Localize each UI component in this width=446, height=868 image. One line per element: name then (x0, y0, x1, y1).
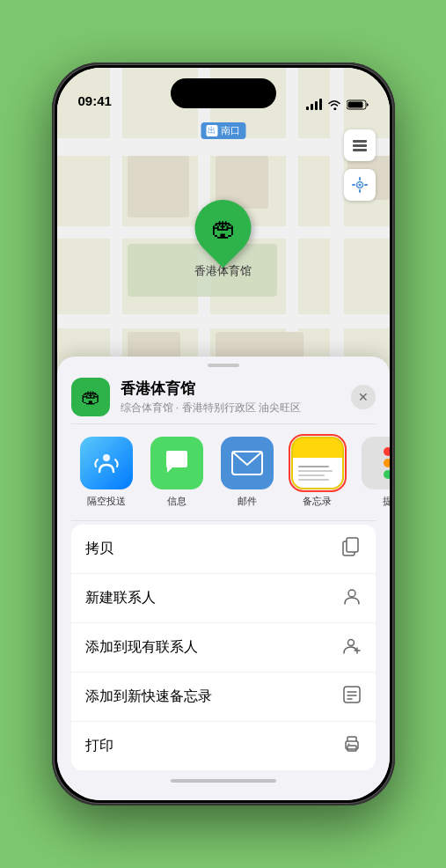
svg-point-12 (347, 640, 354, 646)
svg-rect-2 (353, 140, 367, 143)
svg-rect-4 (353, 149, 367, 151)
svg-rect-20 (347, 746, 356, 751)
location-icon (352, 177, 368, 193)
note-icon (342, 685, 362, 709)
action-print[interactable]: 打印 (71, 722, 376, 770)
exit-text: 南口 (221, 124, 240, 137)
action-add-existing[interactable]: 添加到现有联系人 (71, 623, 376, 673)
notes-icon (291, 437, 344, 489)
divider-2 (71, 520, 376, 521)
place-subtitle: 综合体育馆 · 香港特别行政区 油尖旺区 (121, 401, 340, 416)
phone-screen: 09:41 (57, 68, 390, 800)
action-print-label: 打印 (85, 737, 113, 755)
svg-point-6 (358, 184, 361, 187)
location-button[interactable] (344, 169, 376, 201)
messages-icon (150, 437, 203, 489)
pin-marker: 🏟 (183, 188, 263, 268)
messages-label: 信息 (167, 495, 186, 508)
place-name: 香港体育馆 (121, 379, 340, 399)
notes-lines (293, 459, 342, 486)
share-app-mail[interactable]: 邮件 (212, 437, 282, 508)
share-app-airdrop[interactable]: 隔空投送 (71, 437, 142, 508)
place-icon: 🏟 (71, 378, 110, 416)
stadium-icon: 🏟 (211, 214, 236, 243)
person-icon (342, 586, 362, 610)
person-add-icon (342, 636, 362, 659)
svg-rect-1 (347, 101, 362, 107)
svg-rect-3 (353, 144, 367, 147)
mail-symbol (231, 451, 263, 475)
action-new-contact[interactable]: 新建联系人 (71, 574, 376, 623)
copy-icon (342, 537, 362, 561)
action-add-existing-label: 添加到现有联系人 (85, 638, 198, 657)
dynamic-island (171, 78, 276, 108)
map-controls (344, 129, 376, 201)
phone-frame: 09:41 (52, 63, 395, 805)
print-icon (342, 734, 362, 758)
action-quick-note-label: 添加到新快速备忘录 (85, 688, 212, 706)
svg-point-21 (347, 744, 349, 746)
svg-point-11 (348, 590, 355, 597)
action-quick-note[interactable]: 添加到新快速备忘录 (71, 673, 376, 722)
stadium-pin[interactable]: 🏟 香港体育馆 (194, 200, 252, 279)
more-dots (384, 447, 390, 479)
notes-label: 备忘录 (303, 495, 332, 508)
messages-symbol (162, 448, 192, 478)
share-app-notes[interactable]: 备忘录 (282, 437, 353, 508)
layers-icon (351, 136, 369, 154)
status-time: 09:41 (78, 93, 112, 110)
share-apps-row: 隔空投送 信息 (57, 424, 390, 520)
battery-icon (347, 99, 369, 110)
mail-icon (221, 437, 274, 489)
map-exit-label: 南口 (201, 122, 245, 139)
airdrop-icon (80, 437, 133, 489)
home-indicator (171, 779, 276, 783)
wifi-icon (327, 99, 341, 110)
more-icon (362, 437, 390, 489)
action-list: 拷贝 新建联系人 (71, 525, 376, 770)
place-info: 香港体育馆 综合体育馆 · 香港特别行政区 油尖旺区 (121, 379, 340, 416)
map-layers-button[interactable] (344, 129, 376, 161)
airdrop-symbol (92, 449, 121, 477)
close-button[interactable]: ✕ (351, 385, 376, 409)
status-icons (306, 99, 369, 110)
action-copy[interactable]: 拷贝 (71, 525, 376, 574)
share-app-more[interactable]: 提 (353, 437, 390, 508)
svg-rect-10 (347, 538, 358, 552)
signal-icon (306, 99, 322, 110)
share-app-messages[interactable]: 信息 (142, 437, 212, 508)
svg-point-7 (103, 454, 110, 461)
svg-rect-15 (344, 687, 360, 702)
action-copy-label: 拷贝 (85, 540, 113, 558)
airdrop-label: 隔空投送 (87, 495, 126, 508)
place-header: 🏟 香港体育馆 综合体育馆 · 香港特别行政区 油尖旺区 ✕ (57, 367, 390, 423)
action-new-contact-label: 新建联系人 (85, 589, 156, 607)
mail-label: 邮件 (238, 495, 257, 508)
more-label: 提 (383, 495, 390, 508)
bottom-sheet: 🏟 香港体育馆 综合体育馆 · 香港特别行政区 油尖旺区 ✕ (57, 357, 390, 800)
